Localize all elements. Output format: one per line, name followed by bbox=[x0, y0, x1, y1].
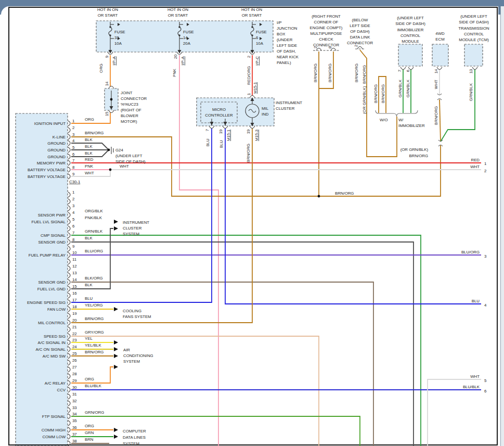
pin-arc bbox=[68, 212, 70, 218]
diagram-label: CLUSTER bbox=[123, 226, 142, 231]
pin-arc bbox=[68, 160, 70, 165]
diagram-label: 4WD bbox=[435, 31, 445, 36]
pin-arc bbox=[68, 266, 70, 271]
pin-number: 31 bbox=[72, 392, 77, 397]
diagram-label: RED/ORG bbox=[247, 66, 251, 85]
diagram-label: OF DASH, bbox=[277, 49, 296, 54]
diagram-label: MICRO bbox=[212, 107, 226, 112]
pin-number: 7 bbox=[72, 158, 74, 163]
pin-arc bbox=[209, 126, 214, 129]
diagram-label: GRN/ORG bbox=[85, 410, 104, 415]
diagram-label: CONTROLLER bbox=[205, 113, 233, 118]
pin-arc bbox=[68, 154, 70, 159]
diagram-label: 10A bbox=[114, 41, 122, 46]
pin-number: 17 bbox=[72, 298, 77, 302]
diagram-label: 5 bbox=[484, 378, 487, 383]
pin-number: 25 bbox=[72, 351, 77, 356]
wire-brn-org bbox=[440, 99, 441, 141]
diagram-label: BRN/ORG bbox=[328, 63, 332, 82]
diagram-label: GRN bbox=[85, 430, 94, 435]
pin-arc bbox=[68, 259, 70, 264]
pin-arc bbox=[400, 67, 406, 70]
diagram-label: (OR GRN/BLK) bbox=[400, 147, 429, 152]
pin-label: A/C MID SW bbox=[43, 354, 66, 359]
diagram-label: M15-3 bbox=[254, 130, 259, 141]
diagram-label: FANS SYSTEM bbox=[123, 314, 151, 319]
diagram-label: 33 bbox=[114, 35, 119, 40]
pin-number: 36 bbox=[72, 425, 77, 430]
pin-arc bbox=[68, 273, 70, 278]
pin-number: 3 bbox=[72, 132, 74, 137]
pin-number: 10 bbox=[72, 250, 77, 255]
diagram-label: WHT bbox=[434, 80, 438, 89]
pin-arc bbox=[68, 286, 70, 291]
diagram-label: 2 bbox=[484, 169, 486, 173]
pin-label: GROUND bbox=[47, 141, 66, 146]
fuse-terminal bbox=[178, 26, 180, 28]
diagram-label: CONNECTOR bbox=[347, 41, 373, 45]
pin-arc bbox=[68, 219, 70, 224]
diagram-label: 15 bbox=[105, 111, 109, 116]
diagram-label: I/P-A bbox=[112, 56, 117, 66]
diagram-label: HOT IN ON bbox=[167, 7, 188, 12]
pin-number: 19 bbox=[72, 311, 77, 316]
diagram-label: 14 bbox=[434, 69, 438, 73]
diagram-label: C30-1 bbox=[69, 180, 80, 184]
diagram-label: YEL/ORG bbox=[85, 303, 103, 308]
diagram-label: CONNECTOR bbox=[121, 96, 147, 101]
junction-dot bbox=[109, 169, 112, 171]
diagram-label: 6 bbox=[484, 389, 486, 393]
diagram-label: ORG bbox=[85, 377, 94, 381]
diagram-label: BLK/ORG bbox=[85, 276, 103, 281]
pin-arc bbox=[68, 246, 70, 251]
system-ref-arrow-icon bbox=[114, 307, 118, 311]
diagram-label: MULTIPURPOSE bbox=[311, 31, 342, 36]
pin-arc bbox=[68, 128, 70, 133]
diagram-label: OR START bbox=[168, 13, 188, 18]
diagram-label: BLK bbox=[85, 137, 93, 142]
pin-label: IGNITION INPUT bbox=[34, 121, 66, 126]
pin-arc bbox=[68, 427, 70, 432]
diagram-label: PNK bbox=[85, 164, 94, 169]
diagram-label: FUSE bbox=[114, 30, 125, 34]
diagram-label: GRN/BLK bbox=[85, 229, 103, 234]
pin-label: MIL CONTROL bbox=[38, 321, 66, 325]
diagram-label: BRN/ORG bbox=[335, 191, 354, 196]
diagram-label: CLUSTER bbox=[276, 106, 295, 111]
diagram-label: PNK/BLK bbox=[85, 215, 102, 220]
pin-label: FUEL LVL SIGNAL bbox=[31, 220, 66, 224]
pin-number: 2 bbox=[72, 125, 74, 130]
diagram-label: BRN/ORG bbox=[362, 65, 367, 84]
pin-label: FTP SIGNAL bbox=[42, 414, 66, 419]
pin-arc bbox=[68, 347, 70, 352]
diagram-label: BLK bbox=[85, 283, 93, 287]
pin-number: 1 bbox=[72, 119, 74, 123]
system-ref-arrow-icon bbox=[114, 340, 118, 345]
pin-label: FAN LOW bbox=[47, 307, 66, 312]
pin-number: 13 bbox=[72, 271, 77, 275]
pin-label: CCV bbox=[57, 388, 66, 392]
wiring-diagram-canvas: 1IGNITION INPUT23K-LINE4GROUND5GROUND6GR… bbox=[0, 0, 504, 446]
junction-dot bbox=[318, 195, 320, 198]
pin-arc bbox=[68, 279, 70, 285]
diagram-label: BLU/BLK bbox=[85, 384, 102, 388]
diagram-label: RED bbox=[471, 158, 480, 162]
diagram-label: PANEL) bbox=[277, 60, 291, 65]
pin-arc bbox=[68, 239, 70, 245]
diagram-label: BRN/ORG bbox=[434, 106, 438, 125]
pin-label: SENSOR GND bbox=[38, 280, 66, 285]
diagram-label: 10A bbox=[256, 41, 264, 46]
diagram-label: GRN/BLK bbox=[406, 79, 410, 97]
diagram-label: I/P-C bbox=[255, 56, 260, 66]
diagram-label: IMMOBILIZER bbox=[398, 123, 425, 128]
pin-arc bbox=[68, 167, 70, 172]
pin-label: GROUND bbox=[47, 155, 66, 159]
pin-number: 1 bbox=[72, 190, 74, 195]
fuse-terminal bbox=[109, 34, 111, 36]
diagram-label: HOT IN ON bbox=[97, 7, 118, 12]
pin-label: COMM LOW bbox=[42, 435, 66, 439]
diagram-label: (RIGHT OF bbox=[121, 108, 141, 112]
pin-label: SPEED SIG bbox=[44, 334, 66, 339]
diagram-label: MODULE (TCM) bbox=[459, 37, 489, 42]
diagram-label: INSTRUMENT bbox=[123, 220, 149, 225]
